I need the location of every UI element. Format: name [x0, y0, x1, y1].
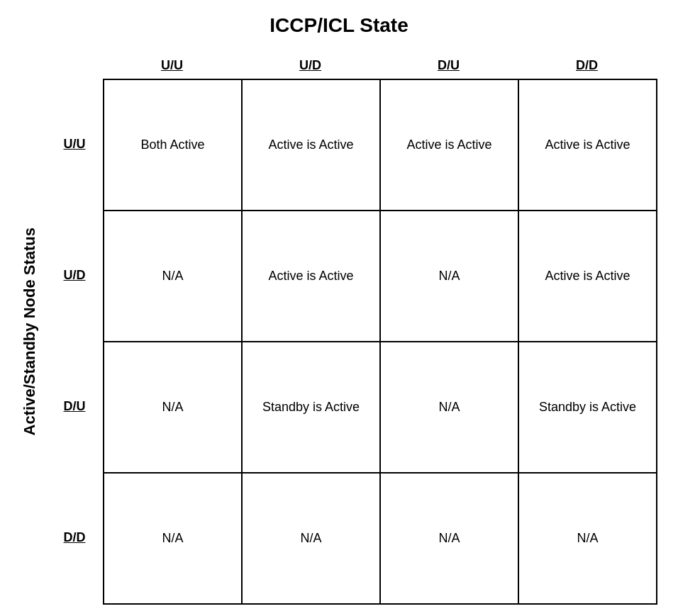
grid-row-3: N/AN/AN/AN/A	[104, 474, 657, 605]
grid-cell-0-2: Active is Active	[381, 80, 519, 211]
grid-row-0: Both ActiveActive is ActiveActive is Act…	[104, 80, 657, 211]
grid-row-1: N/AActive is ActiveN/AActive is Active	[104, 211, 657, 342]
grid-cell-1-1: Active is Active	[243, 211, 381, 342]
grid: Both ActiveActive is ActiveActive is Act…	[103, 79, 657, 605]
grid-cell-1-3: Active is Active	[519, 211, 657, 342]
grid-cell-2-1: Standby is Active	[243, 342, 381, 474]
row-headers: U/UU/DD/UD/D	[46, 79, 103, 605]
grid-cell-2-0: N/A	[104, 342, 243, 474]
grid-cell-2-3: Standby is Active	[519, 342, 657, 474]
row-header-1: U/D	[46, 210, 103, 341]
grid-cell-0-3: Active is Active	[519, 80, 657, 211]
grid-row-2: N/AStandby is ActiveN/AStandby is Active	[104, 342, 657, 474]
col-header-2: D/U	[379, 58, 518, 79]
col-headers: U/UU/DD/UD/D	[103, 58, 657, 79]
grid-cell-3-3: N/A	[519, 474, 657, 605]
grid-cell-0-1: Active is Active	[243, 80, 381, 211]
table-wrapper: Active/Standby Node Status U/UU/DD/UD/D …	[21, 58, 657, 605]
grid-cell-1-2: N/A	[381, 211, 519, 342]
col-header-3: D/D	[518, 58, 656, 79]
col-header-0: U/U	[103, 58, 241, 79]
grid-cell-1-0: N/A	[104, 211, 243, 342]
table-body: U/UU/DD/UD/D Both ActiveActive is Active…	[46, 79, 657, 605]
grid-cell-3-0: N/A	[104, 474, 243, 605]
page-container: ICCP/ICL State Active/Standby Node Statu…	[0, 0, 678, 616]
table-section: U/UU/DD/UD/D U/UU/DD/UD/D Both ActiveAct…	[46, 58, 657, 605]
row-header-2: D/U	[46, 341, 103, 472]
y-axis-label: Active/Standby Node Status	[21, 228, 39, 435]
page-title: ICCP/ICL State	[269, 14, 409, 37]
col-header-1: U/D	[241, 58, 379, 79]
grid-cell-0-0: Both Active	[104, 80, 243, 211]
grid-cell-3-1: N/A	[243, 474, 381, 605]
row-header-3: D/D	[46, 472, 103, 603]
row-header-0: U/U	[46, 79, 103, 210]
grid-cell-2-2: N/A	[381, 342, 519, 474]
grid-cell-3-2: N/A	[381, 474, 519, 605]
